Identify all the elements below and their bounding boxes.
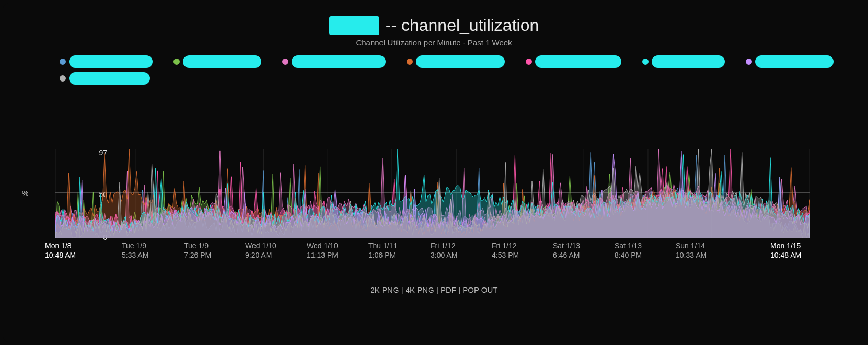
export-2k-png-link[interactable]: 2K PNG bbox=[370, 285, 399, 294]
legend-color-dot bbox=[746, 59, 752, 65]
title-redaction-block bbox=[329, 16, 379, 35]
title-row: -- channel_utilization bbox=[3, 3, 865, 35]
legend-label-redacted bbox=[183, 55, 261, 68]
legend-item[interactable] bbox=[173, 55, 261, 68]
x-tick-label: Fri 1/124:53 PM bbox=[492, 242, 519, 260]
legend-item[interactable] bbox=[642, 55, 725, 68]
legend-label-redacted bbox=[652, 55, 725, 68]
chart-panel: -- channel_utilization Channel Utilizati… bbox=[3, 3, 865, 342]
chart-title: -- channel_utilization bbox=[386, 16, 539, 35]
x-tick-label: Wed 1/1011:13 PM bbox=[307, 242, 338, 260]
legend-item[interactable] bbox=[746, 55, 834, 68]
chart-subtitle: Channel Utilization per Minute - Past 1 … bbox=[3, 38, 865, 47]
x-tick-label: Sun 1/1410:33 AM bbox=[676, 242, 707, 260]
legend-color-dot bbox=[282, 59, 288, 65]
legend bbox=[60, 55, 812, 89]
legend-color-dot bbox=[407, 59, 413, 65]
legend-label-redacted bbox=[69, 72, 150, 85]
x-tick-label: Wed 1/109:20 AM bbox=[245, 242, 276, 260]
x-tick-label: Mon 1/810:48 AM bbox=[45, 242, 76, 260]
export-links: 2K PNG | 4K PNG | PDF | POP OUT bbox=[3, 285, 865, 294]
legend-color-dot bbox=[60, 59, 66, 65]
legend-item[interactable] bbox=[282, 55, 386, 68]
x-tick-label: Mon 1/1510:48 AM bbox=[770, 242, 801, 260]
legend-label-redacted bbox=[416, 55, 505, 68]
legend-item[interactable] bbox=[407, 55, 505, 68]
legend-color-dot bbox=[60, 75, 66, 82]
x-tick-label: Fri 1/123:00 AM bbox=[431, 242, 457, 260]
legend-color-dot bbox=[642, 59, 649, 65]
legend-label-redacted bbox=[535, 55, 621, 68]
legend-color-dot bbox=[173, 59, 180, 65]
export-pdf-link[interactable]: PDF bbox=[441, 285, 456, 294]
legend-label-redacted bbox=[755, 55, 834, 68]
x-tick-label: Sat 1/138:40 PM bbox=[615, 242, 642, 260]
x-tick-label: Tue 1/97:26 PM bbox=[184, 242, 211, 260]
y-axis-label: % bbox=[22, 189, 28, 198]
x-tick-label: Tue 1/95:33 AM bbox=[122, 242, 148, 260]
legend-label-redacted bbox=[69, 55, 153, 68]
export-4k-png-link[interactable]: 4K PNG bbox=[406, 285, 434, 294]
legend-item[interactable] bbox=[60, 55, 153, 68]
legend-label-redacted bbox=[292, 55, 386, 68]
x-tick-label: Thu 1/111:06 PM bbox=[368, 242, 397, 260]
export-popout-link[interactable]: POP OUT bbox=[462, 285, 497, 294]
legend-item[interactable] bbox=[526, 55, 621, 68]
legend-color-dot bbox=[526, 59, 532, 65]
legend-item[interactable] bbox=[60, 72, 150, 85]
x-tick-label: Sat 1/136:46 AM bbox=[553, 242, 580, 260]
chart-plot[interactable] bbox=[55, 150, 810, 238]
